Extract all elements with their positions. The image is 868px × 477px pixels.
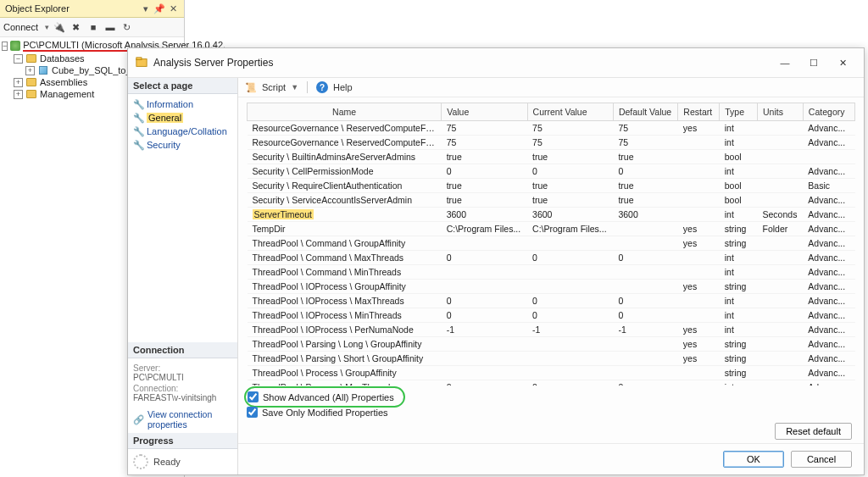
col-current-value[interactable]: Current Value: [527, 103, 613, 121]
collapse-icon[interactable]: −: [14, 54, 23, 64]
expand-icon[interactable]: +: [14, 78, 23, 87]
dialog-titlebar[interactable]: Analysis Server Properties — ☐ ✕: [128, 48, 864, 78]
connect-icon[interactable]: 🔌: [53, 20, 66, 34]
table-row[interactable]: ResourceGovernance \ ReservedComputeForF…: [248, 121, 855, 136]
expand-icon[interactable]: +: [25, 66, 35, 75]
maximize-button[interactable]: ☐: [799, 53, 828, 72]
table-row[interactable]: Security \ ServiceAccountIsServerAdmintr…: [248, 193, 855, 208]
minimize-button[interactable]: —: [771, 53, 799, 72]
table-row[interactable]: ResourceGovernance \ ReservedComputeForP…: [248, 136, 855, 150]
cell-value[interactable]: true: [442, 179, 527, 193]
cell-value[interactable]: 3600: [442, 208, 527, 222]
cell-name: ThreadPool \ Command \ MaxThreads: [248, 251, 442, 265]
cell-units: [758, 179, 804, 193]
expand-icon[interactable]: +: [14, 90, 23, 99]
table-row[interactable]: ThreadPool \ Command \ GroupAffinityyess…: [248, 236, 855, 251]
folder-icon: [26, 54, 36, 63]
pin-icon[interactable]: 📌: [153, 3, 165, 14]
help-button[interactable]: Help: [333, 82, 353, 92]
cell-value[interactable]: 0: [442, 251, 527, 265]
cell-category: Advanc...: [803, 265, 854, 280]
cell-units: [758, 251, 804, 265]
cell-value[interactable]: [442, 280, 527, 294]
cell-value[interactable]: C:\Program Files...: [442, 222, 527, 236]
script-dropdown-icon[interactable]: ▼: [291, 83, 298, 92]
cell-value[interactable]: 75: [442, 136, 527, 150]
properties-grid-wrap[interactable]: Name Value Current Value Default Value R…: [238, 97, 864, 385]
col-name[interactable]: Name: [248, 103, 442, 121]
cell-value[interactable]: 0: [442, 164, 527, 179]
cell-units: [758, 164, 804, 179]
save-modified-input[interactable]: [247, 407, 258, 418]
col-type[interactable]: Type: [720, 103, 758, 121]
cell-restart: yes: [678, 222, 720, 236]
view-connection-properties[interactable]: 🔗 View connection properties: [128, 406, 237, 433]
cancel-button[interactable]: Cancel: [791, 451, 852, 468]
table-row[interactable]: ThreadPool \ Process \ GroupAffinitystri…: [248, 366, 855, 380]
cell-restart: [678, 366, 720, 380]
cell-current-value: true: [527, 193, 613, 208]
progress-status: Ready: [128, 449, 237, 474]
cell-value[interactable]: [442, 236, 527, 251]
col-default-value[interactable]: Default Value: [613, 103, 677, 121]
cell-value[interactable]: [442, 366, 527, 380]
col-value[interactable]: Value: [442, 103, 527, 121]
page-information[interactable]: 🔧Information: [130, 97, 236, 111]
close-icon[interactable]: ✕: [167, 3, 179, 14]
refresh-icon[interactable]: ↻: [120, 20, 134, 34]
table-row[interactable]: ServerTimeout360036003600intSecondsAdvan…: [248, 208, 855, 222]
cell-value[interactable]: 75: [442, 121, 527, 136]
cell-restart: [678, 208, 720, 222]
script-button[interactable]: Script: [262, 82, 286, 92]
cell-value[interactable]: [442, 352, 527, 366]
cell-default-value: 75: [613, 136, 677, 150]
col-category[interactable]: Category: [803, 103, 854, 121]
connect-label[interactable]: Connect: [3, 22, 38, 32]
table-row[interactable]: ThreadPool \ Command \ MaxThreads000intA…: [248, 251, 855, 265]
table-row[interactable]: Security \ BuiltinAdminsAreServerAdminst…: [248, 150, 855, 164]
table-row[interactable]: TempDirC:\Program Files...C:\Program Fil…: [248, 222, 855, 236]
cell-value[interactable]: [442, 265, 527, 280]
page-language-collation[interactable]: 🔧Language/Collation: [130, 125, 236, 138]
table-row[interactable]: ThreadPool \ IOProcess \ MinThreads000in…: [248, 308, 855, 323]
cell-default-value: 75: [613, 121, 677, 136]
cell-value[interactable]: true: [442, 150, 527, 164]
ok-button[interactable]: OK: [723, 451, 784, 468]
cell-category: Advanc...: [803, 366, 854, 380]
save-modified-checkbox[interactable]: Save Only Modified Properties: [247, 405, 855, 419]
folder-icon: [26, 90, 36, 98]
table-row[interactable]: ThreadPool \ Parsing \ Long \ GroupAffin…: [248, 337, 855, 352]
table-row[interactable]: Security \ RequireClientAuthenticationtr…: [248, 179, 855, 193]
cell-name: ThreadPool \ IOProcess \ MinThreads: [248, 308, 442, 323]
cell-value[interactable]: 0: [442, 294, 527, 308]
cell-value[interactable]: 0: [442, 308, 527, 323]
disconnect-icon[interactable]: ✖: [70, 20, 83, 34]
cell-value[interactable]: -1: [442, 323, 527, 337]
collapse-icon[interactable]: −: [2, 42, 8, 51]
cell-category: Advanc...: [803, 352, 854, 366]
cell-name: ThreadPool \ Command \ MinThreads: [248, 265, 442, 280]
col-restart[interactable]: Restart: [678, 103, 720, 121]
table-row[interactable]: Security \ CellPermissionMode000intAdvan…: [248, 164, 855, 179]
table-row[interactable]: ThreadPool \ Parsing \ Short \ GroupAffi…: [248, 352, 855, 366]
cell-restart: [678, 265, 720, 280]
cell-name: ThreadPool \ IOProcess \ MaxThreads: [248, 294, 442, 308]
close-button[interactable]: ✕: [828, 53, 857, 72]
col-units[interactable]: Units: [758, 103, 804, 121]
table-row[interactable]: ThreadPool \ Command \ MinThreadsintAdva…: [248, 265, 855, 280]
filter-icon[interactable]: ▬: [103, 20, 117, 34]
stop-icon[interactable]: ■: [86, 20, 100, 34]
reset-default-button[interactable]: Reset default: [775, 423, 852, 440]
page-general[interactable]: 🔧General: [130, 111, 236, 125]
show-advanced-checkbox[interactable]: Show Advanced (All) Properties: [248, 390, 394, 404]
table-row[interactable]: ThreadPool \ IOProcess \ PerNumaNode-1-1…: [248, 323, 855, 337]
cell-value[interactable]: true: [442, 193, 527, 208]
table-row[interactable]: ThreadPool \ IOProcess \ GroupAffinityye…: [248, 280, 855, 294]
cell-type: string: [720, 236, 758, 251]
checkbox-panel: Show Advanced (All) Properties Save Only…: [238, 385, 864, 423]
table-row[interactable]: ThreadPool \ IOProcess \ MaxThreads000in…: [248, 294, 855, 308]
dropdown-icon[interactable]: ▾: [140, 3, 152, 14]
cell-value[interactable]: [442, 337, 527, 352]
page-security[interactable]: 🔧Security: [130, 138, 236, 152]
show-advanced-input[interactable]: [248, 391, 259, 402]
